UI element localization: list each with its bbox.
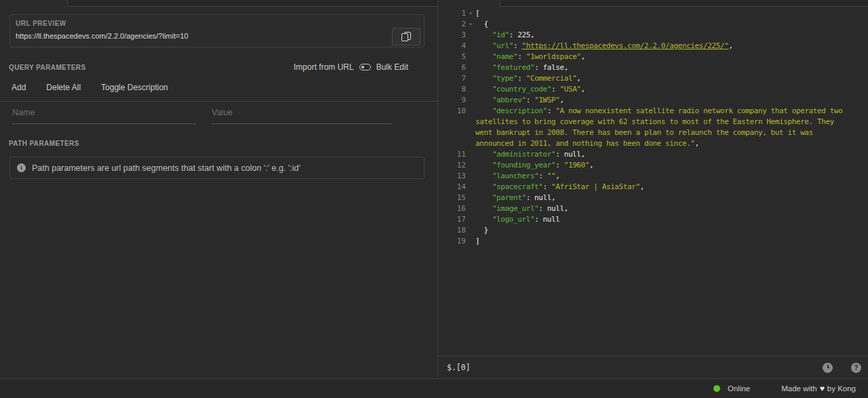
line-number: 12: [438, 160, 466, 171]
response-body-code[interactable]: 1▾[2▾ {3 "id": 225,4 "url": "https://ll.…: [438, 7, 868, 356]
line-number: [438, 138, 466, 149]
url-preview-value: https://ll.thespacedevs.com/2.2.0/agenci…: [16, 32, 418, 40]
code-line: "name": "1worldspace",: [475, 52, 585, 62]
code-line: "launchers": "",: [475, 171, 559, 182]
main-split: URL PREVIEW https://ll.thespacedevs.com/…: [0, 0, 868, 378]
add-parameter-button[interactable]: Add: [12, 83, 26, 92]
query-parameters-actions: Add Delete All Toggle Description: [12, 81, 437, 94]
line-number: 7: [438, 73, 466, 84]
code-row: 8 "country_code": "USA",: [438, 84, 868, 95]
line-number: 11: [438, 149, 466, 160]
fold-gutter: [466, 127, 475, 138]
code-row: 6 "featured": false,: [438, 62, 868, 73]
code-row: 2▾ {: [438, 19, 868, 30]
code-row: 15 "parent": null,: [438, 193, 868, 203]
fold-arrow-icon[interactable]: ▾: [466, 19, 475, 30]
code-line: "spacecraft": "AfriStar | AsiaStar",: [475, 182, 644, 193]
line-number: 13: [438, 171, 466, 182]
line-number: [438, 117, 466, 127]
fold-gutter: [466, 62, 475, 73]
response-tabbar-remainder: [500, 0, 868, 7]
line-number: 5: [438, 52, 466, 62]
import-from-url-button[interactable]: Import from URL: [294, 62, 354, 72]
code-row: 19]: [438, 236, 868, 247]
online-dot-icon: [713, 385, 720, 392]
response-filter-input[interactable]: [447, 363, 823, 372]
code-line: "description": "A now nonexistent satell…: [475, 106, 842, 117]
line-number: 9: [438, 95, 466, 106]
heart-icon: ♥: [820, 384, 825, 393]
line-number: 15: [438, 193, 466, 203]
code-line: "url": "https://ll.thespacedevs.com/2.2.…: [475, 41, 733, 52]
line-number: [438, 127, 466, 138]
request-pane: URL PREVIEW https://ll.thespacedevs.com/…: [0, 0, 437, 378]
line-number: 16: [438, 203, 466, 214]
code-row: 5 "name": "1worldspace",: [438, 52, 868, 62]
fold-gutter: [466, 160, 475, 171]
query-parameters-controls: Import from URL Bulk Edit: [294, 62, 408, 72]
code-line: "image_url": null,: [475, 203, 568, 214]
copy-url-button[interactable]: [392, 28, 420, 45]
parameter-value-input[interactable]: [212, 102, 392, 124]
fold-arrow-icon[interactable]: ▾: [466, 8, 475, 19]
line-number: 8: [438, 84, 466, 95]
fold-gutter: [466, 73, 475, 84]
delete-all-parameters-button[interactable]: Delete All: [46, 83, 81, 92]
line-number: 3: [438, 30, 466, 41]
fold-gutter: [466, 203, 475, 214]
line-number: 19: [438, 236, 466, 247]
query-parameters-heading: QUERY PARAMETERS: [9, 64, 85, 71]
fold-gutter: [466, 106, 475, 117]
code-row: 1▾[: [438, 8, 868, 19]
path-parameters-info-text: Path parameters are url path segments th…: [32, 163, 300, 173]
fold-gutter: [466, 236, 475, 247]
line-number: 10: [438, 106, 466, 117]
online-status[interactable]: Online: [713, 384, 750, 393]
code-row: 16 "image_url": null,: [438, 203, 868, 214]
filter-history-clock-icon[interactable]: [823, 363, 833, 373]
response-active-tab-partial[interactable]: [438, 0, 500, 7]
bulk-edit-toggle-icon[interactable]: [359, 64, 371, 71]
bulk-edit-button[interactable]: Bulk Edit: [376, 62, 408, 72]
code-row: 14 "spacecraft": "AfriStar | AsiaStar",: [438, 182, 868, 193]
parameter-name-input[interactable]: [12, 102, 197, 124]
fold-gutter: [466, 225, 475, 236]
code-line: "type": "Commercial",: [475, 73, 581, 84]
response-pane: 1▾[2▾ {3 "id": 225,4 "url": "https://ll.…: [437, 0, 868, 378]
code-row: 11 "administrator": null,: [438, 149, 868, 160]
request-tabbar-remainder: [68, 0, 437, 7]
request-tabstrip: [0, 0, 437, 7]
filter-help-icon[interactable]: ?: [851, 363, 861, 373]
request-active-tab-partial[interactable]: [0, 0, 68, 7]
line-number: 17: [438, 214, 466, 225]
code-line: ]: [475, 236, 479, 247]
code-line: satellites to bring coverage with 62 sta…: [475, 117, 834, 127]
code-line: "parent": null,: [475, 193, 555, 203]
path-parameters-info-box: i Path parameters are url path segments …: [9, 157, 425, 179]
line-number: 6: [438, 62, 466, 73]
info-icon: i: [17, 163, 26, 172]
code-row: 18 }: [438, 225, 868, 236]
copy-icon: [401, 32, 411, 41]
fold-gutter: [466, 84, 475, 95]
line-number: 1: [438, 8, 466, 19]
response-tabstrip: [438, 0, 868, 7]
code-line: "founding_year": "1960",: [475, 160, 593, 171]
code-row: announced in 2011, and nothing has been …: [438, 138, 868, 149]
code-row: 7 "type": "Commercial",: [438, 73, 868, 84]
toggle-description-button[interactable]: Toggle Description: [101, 83, 168, 92]
code-line: "abbrev": "1WSP",: [475, 95, 564, 106]
fold-gutter: [466, 41, 475, 52]
code-line: {: [475, 19, 488, 30]
code-row: 17 "logo_url": null: [438, 214, 868, 225]
fold-gutter: [466, 171, 475, 182]
fold-gutter: [466, 117, 475, 127]
made-with-kong[interactable]: Made with ♥ by Kong: [781, 384, 856, 393]
code-line: "country_code": "USA",: [475, 84, 585, 95]
fold-gutter: [466, 95, 475, 106]
query-parameters-header: QUERY PARAMETERS Import from URL Bulk Ed…: [9, 62, 408, 72]
code-line: "id": 225,: [475, 30, 534, 41]
code-line: [: [475, 8, 479, 19]
code-row: 13 "launchers": "",: [438, 171, 868, 182]
made-with-suffix: by Kong: [827, 384, 856, 393]
